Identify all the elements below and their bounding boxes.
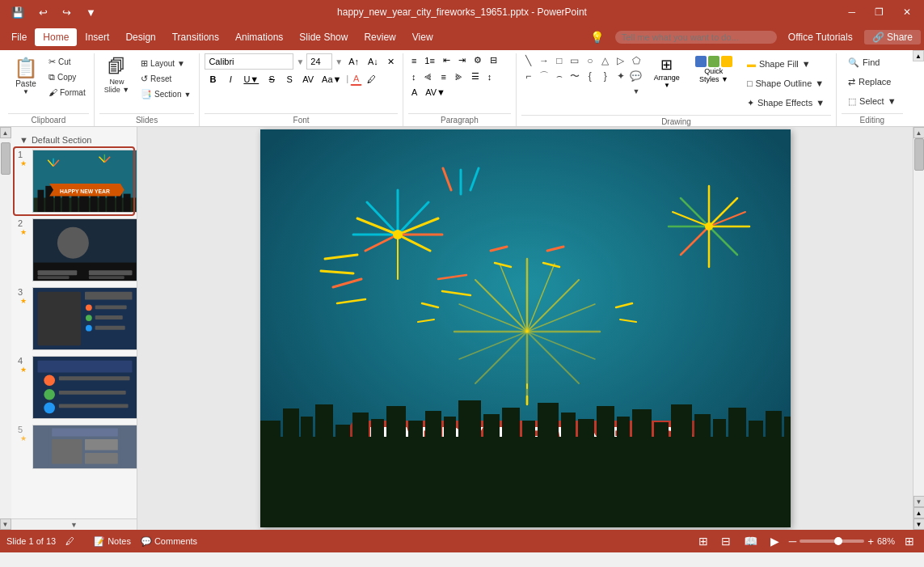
slideshow-btn[interactable]: ▶ xyxy=(767,533,783,549)
shape-arrow-btn[interactable]: → xyxy=(537,53,551,68)
customize-btn[interactable]: ▼ xyxy=(81,5,101,20)
decrease-font-btn[interactable]: A↓ xyxy=(365,55,382,68)
strikethrough-btn[interactable]: S xyxy=(264,73,280,86)
shapes-more-btn[interactable]: ▼ xyxy=(629,84,643,99)
menu-animations[interactable]: Animations xyxy=(227,28,291,46)
right-scroll-up[interactable]: ▲ xyxy=(913,127,925,138)
slide-item-4[interactable]: 4 ★ xyxy=(15,354,133,421)
notes-button[interactable]: 📝 Notes xyxy=(91,535,134,548)
menu-transitions[interactable]: Transitions xyxy=(164,28,227,46)
font-size-input[interactable] xyxy=(306,53,332,70)
format-painter-button[interactable]: 🖌Format xyxy=(45,86,89,99)
zoom-thumb[interactable] xyxy=(834,537,842,545)
zoom-out-btn[interactable]: ─ xyxy=(789,535,796,548)
menu-file[interactable]: File xyxy=(3,28,35,46)
align-right-btn[interactable]: ⫸ xyxy=(451,70,466,83)
menu-insert[interactable]: Insert xyxy=(77,28,117,46)
font-color-btn[interactable]: A xyxy=(350,72,362,86)
align-center-btn[interactable]: ≡ xyxy=(437,70,449,83)
clear-format-btn[interactable]: ✕ xyxy=(384,55,398,69)
cut-button[interactable]: ✂Cut xyxy=(45,55,89,69)
justify-btn[interactable]: ☰ xyxy=(468,70,483,83)
copy-button[interactable]: ⧉Copy xyxy=(45,70,89,84)
line-spacing-btn[interactable]: ↕ xyxy=(484,70,496,83)
slide-item-1[interactable]: 1 ★ xyxy=(15,148,133,214)
replace-button[interactable]: ⇄ Replace xyxy=(842,73,902,91)
menu-slideshow[interactable]: Slide Show xyxy=(291,28,356,46)
menu-view[interactable]: View xyxy=(404,28,441,46)
reading-view-btn[interactable]: 📖 xyxy=(740,533,761,549)
shape-oval-btn[interactable]: ○ xyxy=(583,53,597,68)
menu-review[interactable]: Review xyxy=(356,28,403,46)
shape-wave-btn[interactable]: 〜 xyxy=(567,69,582,83)
restore-btn[interactable]: ❐ xyxy=(868,5,890,19)
search-input[interactable] xyxy=(615,31,777,44)
shape-rect-btn[interactable]: □ xyxy=(552,53,567,68)
shape-outline-button[interactable]: □ Shape Outline ▼ xyxy=(740,74,831,92)
normal-view-btn[interactable]: ⊞ xyxy=(695,533,711,549)
scroll-up-arrow[interactable]: ▲ xyxy=(0,127,11,138)
slide-item-2[interactable]: 2 ★ xyxy=(15,217,133,283)
comments-button[interactable]: 💬 Comments xyxy=(137,535,200,548)
share-btn[interactable]: 🔗 Share xyxy=(864,30,921,44)
right-scroll-thumb[interactable] xyxy=(914,138,924,171)
close-btn[interactable]: ✕ xyxy=(897,5,918,19)
quick-styles-button[interactable]: Quick Styles ▼ xyxy=(690,53,737,86)
increase-font-btn[interactable]: A↑ xyxy=(345,55,362,68)
shape-bracket-btn[interactable]: { xyxy=(583,69,597,83)
case-btn[interactable]: Aa▼ xyxy=(319,73,344,86)
shape-effects-button[interactable]: ✦ Shape Effects ▼ xyxy=(740,94,831,112)
menu-design[interactable]: Design xyxy=(117,28,163,46)
decrease-indent-btn[interactable]: ⇤ xyxy=(440,53,454,67)
scroll-page-up[interactable]: ▲ xyxy=(913,507,925,518)
shape-corner-btn[interactable]: ⌐ xyxy=(521,69,536,83)
paste-button[interactable]: 📋 Paste ▼ xyxy=(8,53,44,110)
save-btn[interactable]: 💾 xyxy=(6,5,29,20)
italic-btn[interactable]: I xyxy=(222,73,238,86)
arrange-button[interactable]: ⊞ Arrange ▼ xyxy=(647,53,687,91)
find-button[interactable]: 🔍 Find xyxy=(842,53,902,71)
smartart-btn[interactable]: ⚙ xyxy=(470,53,485,67)
align-left-btn[interactable]: ⫷ xyxy=(420,70,436,83)
slide-item-5[interactable]: 5 ★ xyxy=(15,423,133,471)
section-button[interactable]: 📑Section▼ xyxy=(137,87,194,101)
bullets-btn[interactable]: ≡ xyxy=(408,54,420,67)
shape-pentagon-btn[interactable]: ⬠ xyxy=(629,53,643,68)
shape-fill-button[interactable]: ▬ Shape Fill ▼ xyxy=(740,55,831,73)
zoom-slider[interactable] xyxy=(800,539,864,543)
ribbon-collapse-btn[interactable]: ▲ xyxy=(913,50,924,61)
left-scrollbar[interactable]: ▲ ▼ xyxy=(0,127,11,530)
right-scrollbar[interactable]: ▲ ▼ ▲ ▼ xyxy=(913,127,924,530)
shape-curve-btn[interactable]: ⌒ xyxy=(537,69,551,83)
menu-home[interactable]: Home xyxy=(35,28,77,46)
scroll-down-arrow[interactable]: ▼ xyxy=(0,518,11,530)
increase-indent-btn[interactable]: ⇥ xyxy=(455,53,469,67)
font-name-input[interactable] xyxy=(205,53,293,70)
scroll-page-down[interactable]: ▼ xyxy=(913,518,925,530)
shape-line-btn[interactable]: ╲ xyxy=(521,53,536,68)
text-dir-btn[interactable]: ↕ xyxy=(408,70,420,83)
shadow-btn[interactable]: S xyxy=(281,73,297,86)
slide-canvas[interactable]: HAPPY NEW YEAR xyxy=(260,129,791,527)
office-tutorials-link[interactable]: Office Tutorials xyxy=(783,30,858,44)
undo-btn[interactable]: ↩ xyxy=(34,5,53,20)
select-button[interactable]: ⬚ Select ▼ xyxy=(842,92,902,110)
panel-scroll-down[interactable]: ▼ xyxy=(11,518,137,530)
bold-btn[interactable]: B xyxy=(205,73,221,86)
scroll-thumb-left[interactable] xyxy=(1,142,11,175)
layout-button[interactable]: ⊞Layout ▼ xyxy=(137,57,194,70)
new-slide-button[interactable]: 🗐 New Slide ▼ xyxy=(99,53,134,97)
redo-btn[interactable]: ↪ xyxy=(57,5,76,20)
shape-round-rect-btn[interactable]: ▭ xyxy=(567,53,582,68)
numbering-btn[interactable]: 1≡ xyxy=(421,54,438,67)
underline-btn[interactable]: U▼ xyxy=(240,73,262,86)
columns-btn[interactable]: ⊟ xyxy=(487,53,500,67)
shape-callout-btn[interactable]: 💬 xyxy=(629,69,643,83)
char-spacing-btn[interactable]: AV▼ xyxy=(422,86,449,99)
slide-sorter-btn[interactable]: ⊟ xyxy=(718,533,734,549)
slide-item-3[interactable]: 3 ★ xyxy=(15,286,133,352)
fit-slide-btn[interactable]: ⊞ xyxy=(901,533,918,549)
text-shadow-btn[interactable]: A xyxy=(408,86,420,99)
shape-curve2-btn[interactable]: ⌢ xyxy=(552,69,567,83)
shape-star-btn[interactable]: ✦ xyxy=(614,69,628,83)
